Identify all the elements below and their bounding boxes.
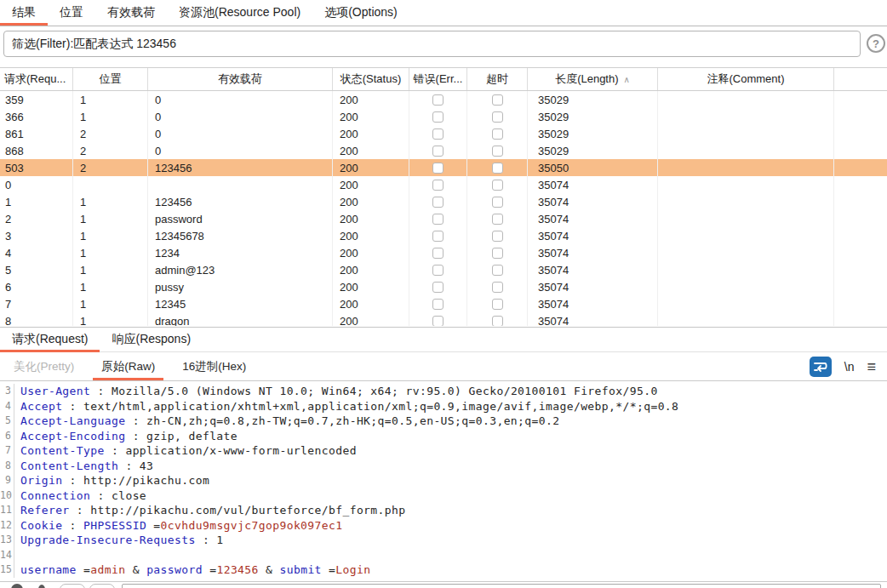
- token-h: username: [20, 563, 77, 576]
- filter-bar[interactable]: 筛选(Filter):匹配表达式 123456: [3, 31, 861, 57]
- search-prev-button[interactable]: [60, 584, 85, 588]
- tab-request[interactable]: 请求(Request): [0, 328, 100, 351]
- column-header-request[interactable]: 请求(Requ...: [0, 68, 73, 90]
- cell-spacer: [834, 244, 887, 261]
- cell-payload: 0: [148, 108, 333, 125]
- error-checkbox[interactable]: [432, 299, 444, 310]
- search-input[interactable]: [122, 584, 881, 588]
- column-label-comment: 注释(Comment): [707, 71, 784, 87]
- column-header-status[interactable]: 状态(Status): [333, 68, 409, 90]
- timeout-checkbox[interactable]: [492, 111, 503, 123]
- timeout-checkbox[interactable]: [492, 146, 503, 157]
- cell-position: 2: [73, 125, 148, 142]
- cell-status: 200: [333, 278, 409, 295]
- error-checkbox[interactable]: [432, 248, 444, 259]
- table-row[interactable]: 8682020035029: [0, 142, 887, 159]
- error-checkbox[interactable]: [432, 265, 444, 276]
- search-target-icon[interactable]: [38, 585, 45, 588]
- column-header-error[interactable]: 错误(Err...: [409, 68, 467, 90]
- error-checkbox[interactable]: [432, 282, 444, 293]
- search-settings-icon[interactable]: [11, 584, 23, 588]
- error-checkbox[interactable]: [432, 180, 444, 191]
- cell-spacer: [834, 261, 887, 278]
- error-checkbox[interactable]: [432, 128, 444, 140]
- cell-spacer: [834, 142, 887, 159]
- error-checkbox[interactable]: [432, 316, 444, 327]
- column-header-payload[interactable]: 有效载荷: [148, 68, 333, 90]
- timeout-checkbox[interactable]: [492, 94, 503, 106]
- error-checkbox[interactable]: [432, 197, 444, 208]
- column-header-length[interactable]: 长度(Length)∧: [528, 68, 658, 90]
- tab-pretty[interactable]: 美化(Pretty): [0, 353, 88, 380]
- table-row[interactable]: 503212345620035050: [0, 159, 887, 176]
- line-number: 14: [0, 548, 14, 563]
- line-code: username =admin & password =123456 & sub…: [14, 562, 370, 578]
- table-row[interactable]: 3661020035029: [0, 108, 887, 125]
- timeout-checkbox[interactable]: [492, 197, 503, 208]
- tab-response[interactable]: 响应(Respons): [100, 328, 203, 351]
- table-row[interactable]: 311234567820035074: [0, 227, 887, 244]
- table-row[interactable]: 21password20035074: [0, 210, 887, 227]
- table-row[interactable]: 61pussy20035074: [0, 278, 887, 295]
- timeout-checkbox[interactable]: [492, 299, 503, 310]
- timeout-checkbox[interactable]: [492, 231, 503, 242]
- timeout-checkbox[interactable]: [492, 214, 503, 225]
- tab-payloads[interactable]: 有效载荷: [95, 0, 167, 26]
- table-row[interactable]: 8612020035029: [0, 125, 887, 142]
- timeout-checkbox[interactable]: [492, 163, 503, 174]
- token-v: 0cvhdu9msgvjc7gop9ok097ec1: [161, 519, 343, 532]
- request-raw-editor[interactable]: 3User-Agent : Mozilla/5.0 (Windows NT 10…: [0, 381, 887, 581]
- cell-spacer: [834, 210, 887, 227]
- cell-spacer: [834, 159, 887, 176]
- cell-status: 200: [333, 108, 409, 125]
- column-header-spacer[interactable]: [834, 68, 887, 90]
- column-header-position[interactable]: 位置: [73, 68, 148, 90]
- tab-resource-pool[interactable]: 资源池(Resource Pool): [167, 0, 312, 26]
- tab-positions[interactable]: 位置: [48, 0, 95, 26]
- table-row[interactable]: 41123420035074: [0, 244, 887, 261]
- timeout-checkbox[interactable]: [492, 128, 503, 140]
- table-row[interactable]: 81dragon20035074: [0, 312, 887, 326]
- cell-error: [409, 295, 467, 312]
- error-checkbox[interactable]: [432, 231, 444, 242]
- line-number: 10: [0, 488, 14, 504]
- timeout-checkbox[interactable]: [492, 282, 503, 293]
- error-checkbox[interactable]: [432, 214, 444, 225]
- cell-comment: [658, 295, 834, 312]
- line-code: Connection : close: [14, 488, 146, 504]
- table-row[interactable]: 020035074: [0, 176, 887, 193]
- error-checkbox[interactable]: [432, 94, 444, 106]
- help-icon[interactable]: ?: [867, 34, 885, 53]
- error-checkbox[interactable]: [432, 111, 444, 123]
- column-header-comment[interactable]: 注释(Comment): [658, 68, 834, 90]
- editor-menu-icon[interactable]: ≡: [867, 359, 876, 374]
- tab-options[interactable]: 选项(Options): [312, 0, 409, 26]
- cell-status: 200: [333, 210, 409, 227]
- column-header-timeout[interactable]: 超时: [467, 68, 528, 90]
- cell-position: 1: [73, 261, 148, 278]
- timeout-checkbox[interactable]: [492, 265, 503, 276]
- cell-status: 200: [333, 227, 409, 244]
- token-h: Accept: [20, 400, 62, 413]
- cell-comment: [658, 91, 834, 108]
- table-row[interactable]: 3591020035029: [0, 91, 887, 108]
- tab-hex[interactable]: 16进制(Hex): [169, 353, 260, 380]
- word-wrap-icon[interactable]: [810, 357, 832, 377]
- search-next-button[interactable]: [89, 584, 115, 588]
- tab-results[interactable]: 结果: [0, 0, 48, 26]
- timeout-checkbox[interactable]: [492, 248, 503, 259]
- table-row[interactable]: 1112345620035074: [0, 193, 887, 210]
- table-row[interactable]: 711234520035074: [0, 295, 887, 312]
- error-checkbox[interactable]: [432, 163, 444, 174]
- message-view-toolbar: 美化(Pretty)原始(Raw)16进制(Hex) \n ≡: [0, 353, 887, 381]
- token-t: : gzip, deflate: [125, 430, 237, 442]
- cell-request: 868: [0, 142, 73, 159]
- table-row[interactable]: 51admin@12320035074: [0, 261, 887, 278]
- timeout-checkbox[interactable]: [492, 180, 503, 191]
- error-checkbox[interactable]: [432, 146, 444, 157]
- newline-toggle-icon[interactable]: \n: [844, 360, 855, 374]
- tab-raw[interactable]: 原始(Raw): [88, 353, 169, 380]
- token-h: Cookie: [20, 519, 62, 532]
- timeout-checkbox[interactable]: [492, 316, 503, 327]
- cell-comment: [658, 108, 834, 125]
